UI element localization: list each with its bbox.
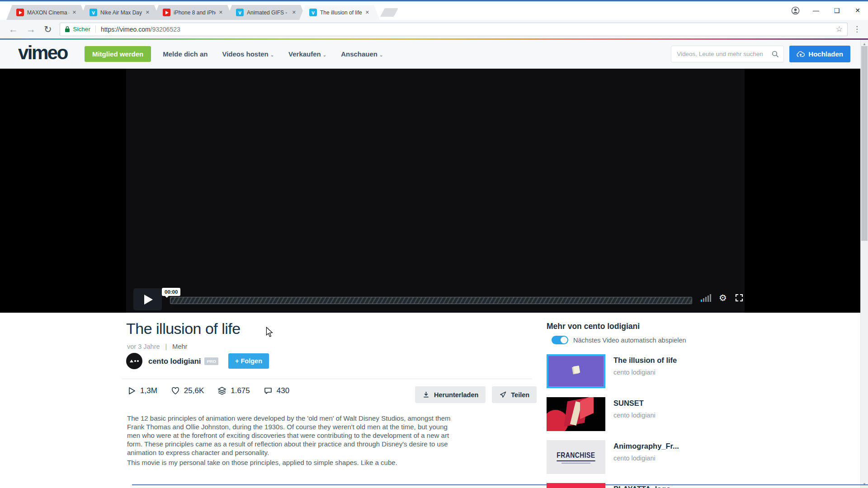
security-label: Sicher <box>73 26 90 33</box>
video-thumbnail-selected[interactable] <box>547 354 605 388</box>
new-tab-button[interactable] <box>380 8 398 17</box>
url-path: /93206523 <box>151 26 180 33</box>
related-sidebar: Mehr von cento lodigiani Nächstes Video … <box>547 322 800 488</box>
related-item-playatta[interactable]: PLAYATTA_logo <box>547 483 800 488</box>
nav-host-videos[interactable]: Videos hosten⌄ <box>222 50 274 58</box>
collection-count[interactable]: 1.675 <box>217 386 250 395</box>
play-button[interactable] <box>133 288 162 310</box>
channel-link[interactable]: cento lodigiani <box>148 357 201 366</box>
join-button[interactable]: Mitglied werden <box>85 46 151 62</box>
video-thumbnail[interactable] <box>547 397 605 431</box>
play-count: 1,3M <box>127 386 157 395</box>
video-title: The illusion of life <box>126 320 241 338</box>
tab-close-icon[interactable]: ✕ <box>291 9 297 16</box>
tab-close-icon[interactable]: ✕ <box>364 9 371 16</box>
comment-count[interactable]: 430 <box>264 386 289 395</box>
nav-sell[interactable]: Verkaufen⌄ <box>288 50 326 58</box>
back-icon[interactable]: ← <box>9 24 18 34</box>
book-graphic <box>580 397 594 419</box>
maximize-button[interactable]: ❑ <box>826 7 847 14</box>
description-paragraph: This movie is my personal take on those … <box>127 458 460 467</box>
video-age: vor 3 Jahre <box>127 343 160 350</box>
vimeo-favicon: v <box>309 9 317 16</box>
share-button[interactable]: Teilen <box>492 386 537 403</box>
related-title[interactable]: Animography_Fr... <box>613 442 679 450</box>
related-item-sunset[interactable]: SUNSET cento lodigiani <box>547 397 800 431</box>
tab-title: Animated GIFS - New Fu <box>247 9 289 16</box>
upload-button[interactable]: Hochladen <box>789 46 850 62</box>
profile-icon[interactable] <box>785 6 806 15</box>
reload-icon[interactable]: ↻ <box>44 24 52 34</box>
tab-close-icon[interactable]: ✕ <box>144 9 151 16</box>
tab-illusion-of-life-active[interactable]: v The illusion of life on Vim ✕ <box>299 5 380 20</box>
search-icon[interactable] <box>772 51 779 58</box>
scroll-up-arrow[interactable]: ▲ <box>863 42 866 46</box>
share-icon <box>499 391 507 399</box>
tab-close-icon[interactable]: ✕ <box>71 9 78 16</box>
mouse-cursor <box>264 327 274 338</box>
download-button[interactable]: Herunterladen <box>415 386 486 403</box>
video-player[interactable]: 00:00 ⚙ <box>0 69 868 313</box>
related-channel[interactable]: cento lodigiani <box>613 412 656 419</box>
search-input[interactable] <box>677 51 772 57</box>
upload-cloud-icon <box>797 51 805 57</box>
window-controls: — ❑ ✕ <box>785 3 868 18</box>
progress-bar[interactable] <box>170 297 692 304</box>
search-box[interactable] <box>671 46 784 62</box>
video-description: The 12 basic principles of animation wer… <box>127 414 460 467</box>
youtube-favicon <box>16 9 24 16</box>
tab-maxon-cinema4d[interactable]: MAXON Cinema 4D Gen ✕ <box>6 5 87 20</box>
nav-watch[interactable]: Anschauen⌄ <box>341 50 383 58</box>
avatar-dot <box>137 360 139 362</box>
bookmark-star-icon[interactable]: ☆ <box>836 24 843 34</box>
scrollbar-thumb[interactable] <box>861 46 868 241</box>
channel-byline: cento lodigiani PRO + Folgen <box>126 353 269 369</box>
franchise-logo-text: FRANCHISE <box>557 451 595 461</box>
tab-animated-gifs[interactable]: v Animated GIFS - New Fu ✕ <box>226 5 307 20</box>
page-scrollbar[interactable]: ▲ ▼ <box>860 40 868 488</box>
related-title[interactable]: PLAYATTA_logo <box>613 485 671 488</box>
chevron-down-icon: ⌄ <box>379 52 383 57</box>
volume-icon[interactable] <box>701 294 711 302</box>
tab-nike-air-max[interactable]: v Nike Air Max Day '17 - V ✕ <box>80 5 160 20</box>
video-thumbnail[interactable] <box>547 483 605 488</box>
avatar-dot <box>134 360 136 362</box>
related-video-list: The illusion of life cento lodigiani SUN… <box>547 354 800 488</box>
action-buttons: Herunterladen Teilen <box>415 386 537 403</box>
tab-iphone8[interactable]: iPhone 8 and iPhone 8 P ✕ <box>153 5 233 20</box>
related-channel[interactable]: cento lodigiani <box>613 455 679 462</box>
video-thumbnail[interactable]: FRANCHISE <box>547 440 605 474</box>
more-link[interactable]: Mehr <box>172 343 187 350</box>
autoplay-row: Nächstes Video automatisch abspielen <box>547 336 800 344</box>
fullscreen-icon[interactable] <box>735 293 744 302</box>
related-channel[interactable]: cento lodigiani <box>613 369 677 376</box>
minimize-button[interactable]: — <box>806 7 826 14</box>
nav-login[interactable]: Melde dich an <box>163 50 208 58</box>
tab-title: MAXON Cinema 4D Gen <box>27 9 69 16</box>
vimeo-logo[interactable]: vimeo <box>18 42 67 64</box>
heart-icon <box>171 386 180 395</box>
related-item-animography[interactable]: FRANCHISE Animography_Fr... cento lodigi… <box>547 440 800 474</box>
tab-strip: MAXON Cinema 4D Gen ✕ v Nike Air Max Day… <box>6 5 396 20</box>
current-time-badge: 00:00 <box>162 288 180 296</box>
url-host: https://vimeo.com <box>101 26 151 33</box>
franchise-subline <box>561 463 590 464</box>
sidebar-heading: Mehr von cento lodigiani <box>547 322 800 331</box>
forward-icon[interactable]: → <box>26 24 36 34</box>
related-title[interactable]: The illusion of life <box>613 356 677 365</box>
browser-menu-icon[interactable]: ⋮ <box>853 24 861 34</box>
autoplay-toggle[interactable] <box>552 336 568 344</box>
settings-gear-icon[interactable]: ⚙ <box>719 293 727 302</box>
video-frame[interactable] <box>126 69 745 313</box>
player-controls-right: ⚙ <box>701 293 744 302</box>
avatar[interactable] <box>126 353 142 369</box>
address-bar[interactable]: Sicher https://vimeo.com/93206523 ☆ <box>60 23 848 36</box>
like-count[interactable]: 25,6K <box>171 386 204 395</box>
close-window-button[interactable]: ✕ <box>847 7 868 14</box>
follow-button[interactable]: + Folgen <box>228 353 269 369</box>
autoplay-label: Nächstes Video automatisch abspielen <box>573 337 686 344</box>
related-title[interactable]: SUNSET <box>613 399 656 408</box>
tab-close-icon[interactable]: ✕ <box>217 9 224 16</box>
vimeo-favicon: v <box>236 9 244 16</box>
related-item-illusion[interactable]: The illusion of life cento lodigiani <box>547 354 800 388</box>
